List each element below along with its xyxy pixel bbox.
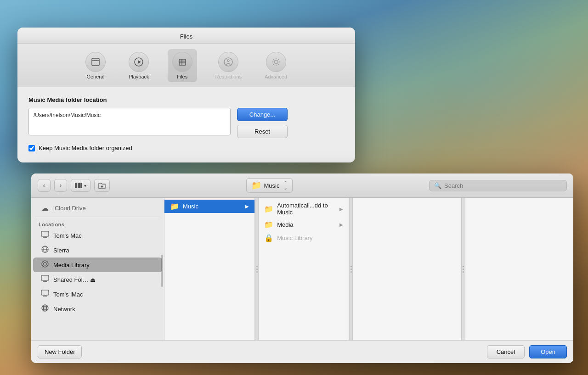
sidebar-item-icloud-drive[interactable]: ☁ iCloud Drive — [33, 201, 162, 215]
file-panel-1: 📁 Music ▶ — [164, 198, 255, 340]
media-library-label: Media Library — [53, 262, 90, 269]
file-panels: 📁 Music ▶ 📁 Automaticall...dd to Music — [164, 198, 573, 340]
svg-point-8 — [224, 58, 232, 66]
toolbar-files[interactable]: Files — [168, 49, 197, 82]
scroll-indicator — [161, 255, 163, 287]
sep-dot-9 — [463, 271, 464, 273]
location-folder-icon: 📁 — [251, 180, 261, 190]
media-folder-icon: 📁 — [264, 220, 273, 229]
toolbar-advanced[interactable]: Advanced — [260, 49, 292, 82]
toms-mac-icon — [40, 230, 50, 241]
svg-rect-13 — [80, 183, 82, 188]
chevron-down-icon: ▾ — [84, 183, 86, 188]
sep-dot-1 — [256, 266, 258, 267]
search-icon: 🔍 — [434, 182, 441, 189]
new-folder-top-button[interactable] — [94, 179, 110, 192]
sep-dot-8 — [463, 269, 464, 270]
change-button[interactable]: Change... — [237, 108, 288, 121]
media-label: Media — [277, 221, 336, 228]
view-columns-icon — [75, 183, 82, 188]
new-folder-icon — [98, 181, 106, 190]
location-pill[interactable]: 📁 Music ⌃⌄ — [246, 178, 293, 193]
prefs-title: Files — [180, 33, 192, 40]
shared-fol-label: Shared Fol… ⏏ — [53, 276, 96, 283]
reset-button[interactable]: Reset — [237, 125, 288, 138]
back-button[interactable]: ‹ — [38, 179, 51, 192]
prefs-toolbar: General Playback Files — [17, 44, 355, 87]
restrictions-icon — [218, 52, 238, 72]
separator-dots-3 — [463, 266, 464, 273]
open-button[interactable]: Open — [529, 345, 567, 358]
sidebar-item-sierra[interactable]: Sierra — [33, 243, 162, 257]
file-item-auto-add[interactable]: 📁 Automaticall...dd to Music ▶ — [259, 200, 349, 218]
keep-organized-label: Keep Music Media folder organized — [39, 145, 132, 151]
forward-button[interactable]: › — [54, 179, 67, 192]
music-library-label: Music Library — [277, 235, 343, 241]
toolbar-restrictions-label: Restrictions — [215, 74, 242, 79]
path-box: /Users/tnelson/Music/Music — [28, 108, 231, 135]
toms-imac-icon — [40, 289, 50, 299]
svg-rect-11 — [75, 183, 77, 188]
svg-rect-16 — [41, 231, 49, 236]
sidebar-item-toms-mac[interactable]: Tom's Mac — [33, 228, 162, 243]
toms-imac-label: Tom's iMac — [53, 291, 83, 298]
toolbar-advanced-label: Advanced — [265, 74, 287, 79]
prefs-content: Music Media folder location /Users/tnels… — [17, 87, 355, 162]
sidebar-item-media-library[interactable]: Media Library — [33, 257, 162, 272]
music-label: Music — [183, 203, 242, 210]
toolbar-playback-label: Playback — [129, 74, 149, 79]
svg-point-9 — [227, 60, 229, 62]
file-item-music[interactable]: 📁 Music ▶ — [164, 200, 254, 213]
sep-dot-2 — [256, 269, 258, 270]
sierra-label: Sierra — [53, 247, 69, 254]
preferences-dialog: Files General Playback — [17, 28, 355, 162]
media-library-icon — [40, 260, 50, 270]
shared-fol-icon — [40, 274, 50, 285]
file-panel-3 — [353, 198, 461, 340]
file-panel-4 — [465, 198, 573, 340]
sidebar-item-toms-imac[interactable]: Tom's iMac — [33, 287, 162, 302]
icloud-drive-label: iCloud Drive — [53, 205, 86, 212]
general-icon — [85, 52, 106, 72]
separator-dots-2 — [351, 266, 352, 273]
svg-point-22 — [42, 261, 48, 267]
section-title: Music Media folder location — [28, 96, 344, 103]
sep-dot-3 — [256, 271, 258, 273]
svg-rect-24 — [41, 275, 49, 280]
new-folder-button[interactable]: New Folder — [38, 345, 82, 358]
file-panel-2: 📁 Automaticall...dd to Music ▶ 📁 Media ▶… — [259, 198, 349, 340]
advanced-icon — [266, 52, 286, 72]
panel-separator-1[interactable] — [255, 198, 259, 340]
toolbar-general[interactable]: General — [81, 49, 110, 82]
sidebar-item-network[interactable]: Network — [33, 302, 162, 316]
svg-rect-4 — [179, 59, 186, 65]
sierra-icon — [40, 245, 50, 255]
file-item-media[interactable]: 📁 Media ▶ — [259, 218, 349, 231]
svg-point-23 — [44, 263, 46, 265]
view-toggle-button[interactable]: ▾ — [71, 179, 90, 192]
keep-organized-checkbox[interactable] — [28, 145, 35, 151]
cancel-button[interactable]: Cancel — [487, 345, 525, 358]
file-item-music-library: 🔒 Music Library — [259, 231, 349, 245]
search-input[interactable] — [444, 182, 562, 189]
panel-separator-3[interactable] — [462, 198, 465, 340]
file-toolbar: ‹ › ▾ 📁 Music ⌃⌄ 🔍 — [31, 174, 573, 198]
panel-separator-2[interactable] — [349, 198, 353, 340]
network-label: Network — [53, 306, 75, 313]
toolbar-restrictions[interactable]: Restrictions — [211, 49, 246, 82]
music-library-icon: 🔒 — [264, 234, 273, 242]
svg-marker-3 — [138, 60, 141, 64]
files-icon — [172, 52, 192, 72]
search-box: 🔍 — [429, 180, 567, 191]
toolbar-files-label: Files — [177, 74, 187, 79]
prefs-titlebar: Files — [17, 28, 355, 44]
svg-rect-12 — [78, 183, 80, 188]
sidebar-item-shared-fol[interactable]: Shared Fol… ⏏ — [33, 272, 162, 287]
sep-dot-5 — [351, 269, 352, 270]
file-open-dialog: ‹ › ▾ 📁 Music ⌃⌄ 🔍 — [31, 174, 573, 363]
separator-dots — [256, 266, 258, 273]
toolbar-playback[interactable]: Playback — [124, 49, 154, 82]
auto-add-chevron-icon: ▶ — [339, 207, 343, 212]
playback-icon — [129, 52, 149, 72]
sep-dot-7 — [463, 266, 464, 267]
